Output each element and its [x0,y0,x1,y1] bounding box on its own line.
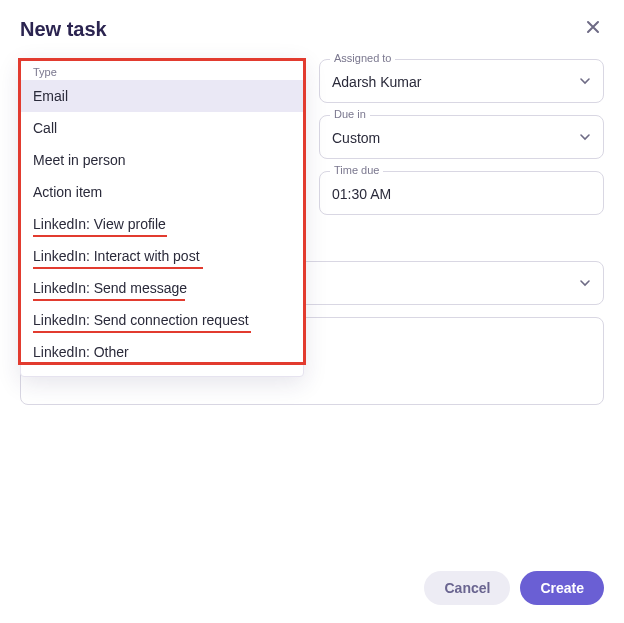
dialog-footer: Cancel Create [20,551,604,605]
close-button[interactable] [582,19,604,41]
dialog-title: New task [20,18,107,41]
type-option[interactable]: Call [21,112,303,144]
type-dropdown: Type EmailCallMeet in personAction itemL… [20,59,304,377]
type-option[interactable]: Action item [21,176,303,208]
type-option[interactable]: Meet in person [21,144,303,176]
type-field-label: Type [21,66,303,80]
annotation-underline [33,331,251,333]
form-body: Type EmailCallMeet in personAction itemL… [20,59,604,215]
assigned-to-value: Adarsh Kumar [332,74,579,90]
time-due-label: Time due [330,164,383,176]
due-in-label: Due in [330,108,370,120]
left-column: Type EmailCallMeet in personAction itemL… [20,59,305,215]
type-option[interactable]: LinkedIn: Other [21,336,303,368]
assigned-to-label: Assigned to [330,52,395,64]
chevron-down-icon [579,131,591,146]
annotation-underline [33,235,167,237]
assigned-to-select[interactable]: Assigned to Adarsh Kumar [319,59,604,103]
annotation-underline [33,267,203,269]
annotation-underline [33,299,185,301]
dialog-header: New task [20,18,604,41]
type-dropdown-list: EmailCallMeet in personAction itemLinked… [21,80,303,368]
due-in-select[interactable]: Due in Custom [319,115,604,159]
new-task-dialog: New task Type EmailCallMeet in personAct… [0,0,624,623]
time-due-value: 01:30 AM [332,186,591,202]
create-button[interactable]: Create [520,571,604,605]
time-due-input[interactable]: Time due 01:30 AM [319,171,604,215]
right-column: Assigned to Adarsh Kumar Due in Custom T… [319,59,604,215]
due-in-value: Custom [332,130,579,146]
chevron-down-icon [579,75,591,90]
type-option[interactable]: LinkedIn: Interact with post [21,240,303,272]
type-option[interactable]: Email [21,80,303,112]
close-icon [585,19,601,40]
chevron-down-icon [579,277,591,292]
type-option[interactable]: LinkedIn: Send connection request [21,304,303,336]
type-option[interactable]: LinkedIn: Send message [21,272,303,304]
cancel-button[interactable]: Cancel [424,571,510,605]
type-option[interactable]: LinkedIn: View profile [21,208,303,240]
